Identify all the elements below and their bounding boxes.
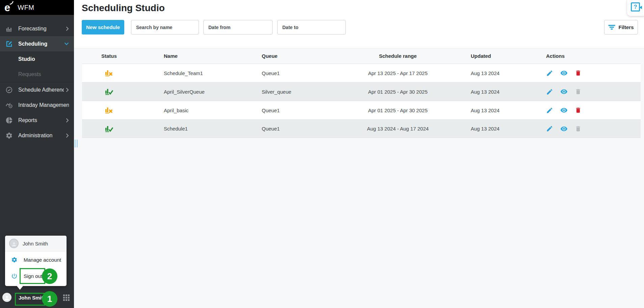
table-row[interactable]: April_basic Queue1 Apr 01 2025 - Apr 30 … (82, 101, 641, 119)
schedule-queue: Queue1 (262, 126, 345, 132)
date-from-input[interactable] (203, 20, 273, 34)
schedule-range: Aug 13 2024 - Aug 17 2024 (367, 126, 429, 132)
schedule-range: Apr 13 2025 - Apr 17 2025 (368, 70, 428, 76)
table-row[interactable]: Schedule1 Queue1 Aug 13 2024 - Aug 17 20… (82, 119, 641, 138)
sidebar-item-administration[interactable]: Administration (0, 128, 74, 143)
trash-icon[interactable] (575, 125, 582, 133)
trend-clock-icon (0, 101, 18, 109)
actions-cell (546, 125, 641, 133)
sidebar-item-forecasting[interactable]: Forecasting (0, 21, 74, 36)
pie-chart-icon (0, 117, 18, 124)
help-icon[interactable]: ? (631, 2, 640, 11)
schedule-name: Schedule_Team1 (164, 70, 262, 76)
trash-icon[interactable] (575, 106, 582, 114)
schedules-table: Status Name Queue Schedule range Updated… (82, 48, 641, 138)
sidebar-item-intraday-management[interactable]: Intraday Management (0, 97, 74, 113)
chevron-right-icon (66, 118, 69, 123)
sidebar-item-reports[interactable]: Reports (0, 113, 74, 128)
schedule-updated: Aug 13 2024 (450, 126, 546, 132)
status-failed-icon (105, 106, 113, 114)
schedule-updated: Aug 13 2024 (450, 89, 546, 95)
gear-icon (0, 132, 18, 139)
view-eye-icon[interactable] (560, 125, 568, 133)
table-row[interactable]: April_SilverQueue Silver_queue Apr 01 20… (82, 82, 641, 101)
power-icon (11, 273, 18, 279)
page-title: Scheduling Studio (82, 3, 165, 14)
schedule-queue: Silver_queue (262, 89, 345, 95)
column-updated: Updated (450, 53, 546, 59)
trash-icon[interactable] (575, 69, 582, 77)
avatar (9, 239, 19, 248)
view-eye-icon[interactable] (560, 106, 568, 114)
chevron-down-icon (64, 42, 69, 45)
status-success-icon (105, 125, 113, 133)
schedule-range: Apr 01 2025 - Apr 30 2025 (368, 108, 428, 113)
bottom-user-bar: John Smith (0, 288, 74, 308)
filter-icon (608, 25, 615, 30)
popup-tail (17, 286, 23, 290)
app-name: WFM (18, 4, 34, 11)
date-to-input[interactable] (277, 20, 346, 34)
edit-pencil-icon[interactable] (546, 107, 553, 114)
logo-accent-icon (10, 1, 14, 5)
schedule-range: Apr 01 2025 - Apr 30 2025 (368, 89, 428, 95)
sidebar-item-studio[interactable]: Studio (0, 51, 74, 67)
chevron-right-icon (66, 133, 69, 138)
actions-cell (546, 69, 641, 77)
schedule-updated: Aug 13 2024 (450, 70, 546, 76)
column-name: Name (164, 53, 262, 59)
status-failed-icon (105, 69, 113, 77)
sign-out-item[interactable]: Sign out (5, 268, 67, 284)
schedule-queue: Queue1 (262, 108, 345, 113)
edit-pencil-icon[interactable] (546, 125, 553, 132)
view-eye-icon[interactable] (560, 88, 568, 95)
schedule-name: April_SilverQueue (164, 89, 262, 95)
user-menu-header: John Smith (5, 236, 67, 252)
status-success-icon (105, 88, 113, 96)
brand-logo-icon: e (4, 2, 10, 13)
sidebar-item-scheduling[interactable]: Scheduling (0, 36, 74, 51)
trash-icon[interactable] (575, 88, 582, 95)
schedule-queue: Queue1 (262, 70, 345, 76)
status-cell (101, 125, 164, 133)
topbar: Scheduling Studio New schedule Filters ? (74, 0, 644, 48)
actions-cell (546, 106, 641, 114)
scheduling-subgroup: Studio Requests (0, 51, 74, 82)
sidebar-resize-handle[interactable] (75, 140, 78, 147)
chevron-right-icon (66, 26, 69, 31)
schedule-name: Schedule1 (164, 126, 262, 132)
chevron-right-icon (66, 88, 69, 92)
schedule-name: April_basic (164, 108, 262, 113)
help-card: ? (627, 0, 644, 16)
filters-button[interactable]: Filters (604, 20, 638, 34)
table-row[interactable]: Schedule_Team1 Queue1 Apr 13 2025 - Apr … (82, 64, 641, 82)
status-cell (101, 88, 164, 96)
user-menu-popup: John Smith Manage account Sign out (5, 236, 67, 286)
table-header: Status Name Queue Schedule range Updated… (82, 48, 641, 64)
sidebar-nav: Forecasting Scheduling Studio Requests S… (0, 15, 74, 143)
status-cell (101, 69, 164, 77)
schedule-updated: Aug 13 2024 (450, 108, 546, 113)
edit-pencil-icon[interactable] (546, 88, 553, 95)
column-queue: Queue (262, 53, 345, 59)
actions-cell (546, 88, 641, 95)
bar-chart-icon (0, 25, 18, 32)
manage-account-item[interactable]: Manage account (5, 252, 67, 268)
edit-pencil-icon[interactable] (546, 70, 553, 77)
sidebar-item-schedule-adherence[interactable]: Schedule Adherence (0, 82, 74, 97)
new-schedule-button[interactable]: New schedule (82, 20, 124, 34)
gear-icon (11, 257, 18, 263)
column-actions: Actions (546, 53, 641, 59)
edit-square-icon (0, 40, 18, 48)
status-cell (101, 106, 164, 114)
user-name[interactable]: John Smith (19, 295, 46, 301)
column-status: Status (101, 53, 164, 59)
user-avatar[interactable] (2, 293, 11, 302)
check-circle-icon (0, 86, 18, 94)
sidebar-item-requests[interactable]: Requests (0, 67, 74, 82)
view-eye-icon[interactable] (560, 69, 568, 77)
table-body: Schedule_Team1 Queue1 Apr 13 2025 - Apr … (82, 64, 641, 138)
main-content: Scheduling Studio New schedule Filters ?… (74, 0, 644, 308)
search-input[interactable] (131, 20, 199, 34)
apps-grid-icon[interactable] (63, 294, 70, 303)
